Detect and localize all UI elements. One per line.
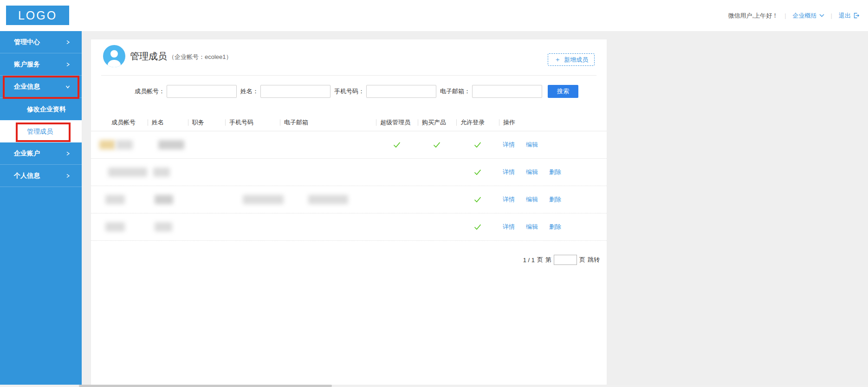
- redacted-cell-content: [116, 140, 133, 149]
- page-title: 管理成员: [130, 50, 167, 63]
- column-header-name: 姓名: [148, 114, 188, 131]
- phone-label: 手机号码：: [334, 87, 364, 96]
- sidebar-item-company-info[interactable]: 企业信息: [0, 76, 82, 98]
- redacted-cell-content: [105, 195, 125, 204]
- phone-input[interactable]: [366, 85, 436, 98]
- table-row: 详情编辑删除: [91, 213, 607, 241]
- row-action-delete[interactable]: 删除: [549, 223, 561, 231]
- main-area: 管理成员 （企业帐号：ecolee1） ＋ 新增成员 成员帐号： 姓名： 手机号…: [82, 31, 868, 387]
- sidebar-item-company-account[interactable]: 企业账户: [0, 142, 82, 165]
- plus-icon: ＋: [554, 56, 561, 64]
- search-button[interactable]: 搜索: [548, 85, 578, 98]
- column-header-phone: 手机号码: [225, 114, 280, 131]
- page-subtitle: （企业帐号：ecolee1）: [168, 52, 232, 61]
- redacted-cell-content: [308, 195, 348, 204]
- chevron-right-icon: [65, 151, 71, 156]
- check-icon: [393, 142, 401, 148]
- company-overview-link[interactable]: 企业概括: [793, 12, 824, 20]
- redacted-cell-content: [99, 140, 115, 149]
- sidebar-item-label: 企业账户: [14, 149, 40, 157]
- horizontal-scrollbar[interactable]: [0, 385, 868, 387]
- row-action-delete[interactable]: 删除: [549, 195, 561, 204]
- row-action-detail[interactable]: 详情: [503, 195, 515, 204]
- table-row: 详情编辑删除: [91, 186, 607, 213]
- search-form: 成员帐号： 姓名： 手机号码： 电子邮箱： 搜索: [135, 85, 578, 98]
- column-header-actions: 操作: [499, 114, 592, 131]
- row-action-edit[interactable]: 编辑: [526, 141, 538, 149]
- check-icon: [474, 224, 481, 230]
- redacted-cell-content: [108, 168, 147, 177]
- divider: |: [784, 12, 786, 19]
- member-avatar-icon: [103, 45, 125, 67]
- pagination: 1 / 1 页 第 页 跳转: [523, 255, 600, 265]
- divider: [101, 75, 596, 76]
- table-row: 详情编辑删除: [91, 159, 607, 186]
- sidebar-item-label: 账户服务: [14, 60, 40, 68]
- column-header-super-admin: 超级管理员: [376, 114, 418, 131]
- sidebar-subitem-label: 修改企业资料: [27, 105, 66, 113]
- redacted-cell-content: [105, 222, 125, 232]
- logo: LOGO: [6, 6, 69, 25]
- table-body: 详情编辑详情编辑删除详情编辑删除详情编辑删除: [91, 131, 607, 241]
- column-header-member-account: 成员帐号: [111, 114, 148, 131]
- sidebar-subitem-manage-members[interactable]: 管理成员: [0, 120, 82, 142]
- sidebar-item-label: 管理中心: [14, 38, 40, 45]
- table-row: 详情编辑: [91, 131, 607, 159]
- add-member-label: 新增成员: [564, 56, 588, 64]
- page-unit-label: 页: [537, 256, 543, 264]
- row-action-detail[interactable]: 详情: [503, 168, 515, 176]
- divider: |: [831, 12, 832, 19]
- redacted-cell-content: [155, 195, 173, 204]
- topbar-right: 微信用户,上午好！ | 企业概括 | 退出: [728, 0, 860, 31]
- sidebar-subitem-label: 管理成员: [27, 128, 53, 135]
- greeting-text: 微信用户,上午好！: [728, 12, 778, 20]
- page-info: 1 / 1: [523, 257, 535, 264]
- sidebar-item-label: 个人信息: [14, 172, 40, 179]
- check-icon: [474, 169, 481, 175]
- email-input[interactable]: [472, 85, 542, 98]
- page-jump-input[interactable]: [554, 255, 577, 265]
- redacted-cell-content: [243, 195, 284, 204]
- page-jump-suffix: 页: [579, 256, 585, 264]
- row-action-edit[interactable]: 编辑: [526, 223, 538, 231]
- page-jump-button[interactable]: 跳转: [588, 256, 600, 264]
- chevron-right-icon: [65, 62, 71, 67]
- check-icon: [474, 197, 481, 203]
- sidebar-item-account-service[interactable]: 账户服务: [0, 53, 82, 76]
- chevron-right-icon: [65, 173, 71, 179]
- page-jump-prefix: 第: [545, 256, 551, 264]
- sidebar: 管理中心 账户服务 企业信息 修改企业资料 管理成员 企业账户 个人信息: [0, 31, 82, 387]
- top-header: LOGO 微信用户,上午好！ | 企业概括 | 退出: [0, 0, 868, 31]
- email-label: 电子邮箱：: [440, 87, 470, 96]
- logout-link[interactable]: 退出: [839, 12, 860, 20]
- member-account-input[interactable]: [167, 85, 237, 98]
- sidebar-item-manage-center[interactable]: 管理中心: [0, 31, 82, 53]
- redacted-cell-content: [153, 168, 170, 177]
- redacted-cell-content: [155, 222, 172, 232]
- name-input[interactable]: [260, 85, 330, 98]
- name-label: 姓名：: [240, 87, 259, 96]
- page-title-row: 管理成员 （企业帐号：ecolee1）: [130, 39, 232, 73]
- add-member-button[interactable]: ＋ 新增成员: [548, 53, 595, 66]
- column-header-email: 电子邮箱: [280, 114, 376, 131]
- company-overview-label: 企业概括: [793, 12, 817, 20]
- column-header-allow-login: 允许登录: [456, 114, 499, 131]
- sidebar-item-label: 企业信息: [14, 83, 40, 90]
- check-icon: [474, 142, 481, 148]
- row-action-detail[interactable]: 详情: [503, 141, 515, 149]
- content-card: 管理成员 （企业帐号：ecolee1） ＋ 新增成员 成员帐号： 姓名： 手机号…: [91, 39, 607, 387]
- sidebar-subitem-edit-company-profile[interactable]: 修改企业资料: [0, 98, 82, 120]
- chevron-right-icon: [65, 39, 71, 45]
- row-action-delete[interactable]: 删除: [549, 168, 561, 176]
- sidebar-item-personal-info[interactable]: 个人信息: [0, 165, 82, 187]
- row-action-detail[interactable]: 详情: [503, 223, 515, 231]
- logout-label: 退出: [839, 12, 851, 20]
- row-action-edit[interactable]: 编辑: [526, 195, 538, 204]
- member-account-label: 成员帐号：: [135, 87, 165, 96]
- check-icon: [433, 142, 440, 148]
- logout-icon: [853, 13, 860, 19]
- column-header-job-title: 职务: [188, 114, 225, 131]
- chevron-down-icon: [819, 14, 824, 17]
- row-action-edit[interactable]: 编辑: [526, 168, 538, 176]
- scrollbar-thumb[interactable]: [79, 385, 332, 387]
